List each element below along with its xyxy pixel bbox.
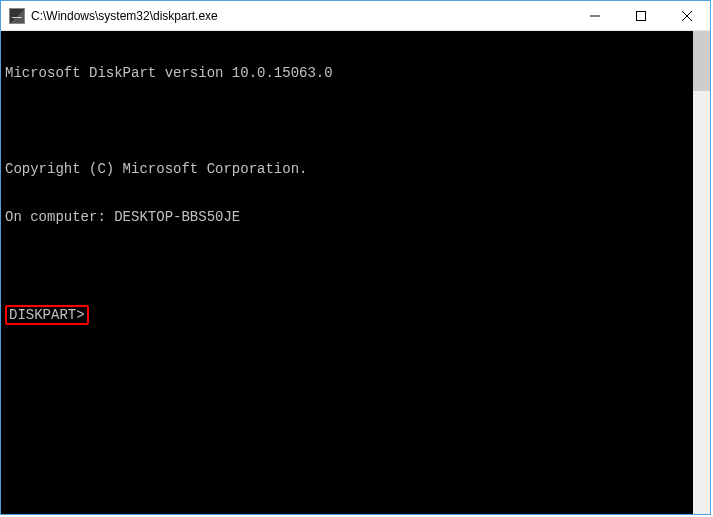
close-icon (682, 11, 692, 21)
close-button[interactable] (664, 1, 710, 30)
svg-rect-1 (637, 11, 646, 20)
prompt-line: DISKPART> (5, 305, 689, 325)
terminal-line (5, 257, 689, 273)
diskpart-prompt: DISKPART> (5, 305, 89, 325)
terminal-line: Microsoft DiskPart version 10.0.15063.0 (5, 65, 689, 81)
terminal-line (5, 113, 689, 129)
scrollbar-thumb[interactable] (693, 31, 710, 91)
client-area: Microsoft DiskPart version 10.0.15063.0 … (1, 31, 710, 514)
terminal-line: Copyright (C) Microsoft Corporation. (5, 161, 689, 177)
vertical-scrollbar[interactable] (693, 31, 710, 514)
minimize-icon (590, 11, 600, 21)
scrollbar-track[interactable] (693, 31, 710, 514)
maximize-icon (636, 11, 646, 21)
diskpart-window: C:\Windows\system32\diskpart.exe Microso… (0, 0, 711, 515)
maximize-button[interactable] (618, 1, 664, 30)
minimize-button[interactable] (572, 1, 618, 30)
window-controls (572, 1, 710, 30)
app-icon (9, 8, 25, 24)
window-title: C:\Windows\system32\diskpart.exe (31, 9, 572, 23)
titlebar[interactable]: C:\Windows\system32\diskpart.exe (1, 1, 710, 31)
terminal-line: On computer: DESKTOP-BBS50JE (5, 209, 689, 225)
terminal-output[interactable]: Microsoft DiskPart version 10.0.15063.0 … (1, 31, 693, 514)
